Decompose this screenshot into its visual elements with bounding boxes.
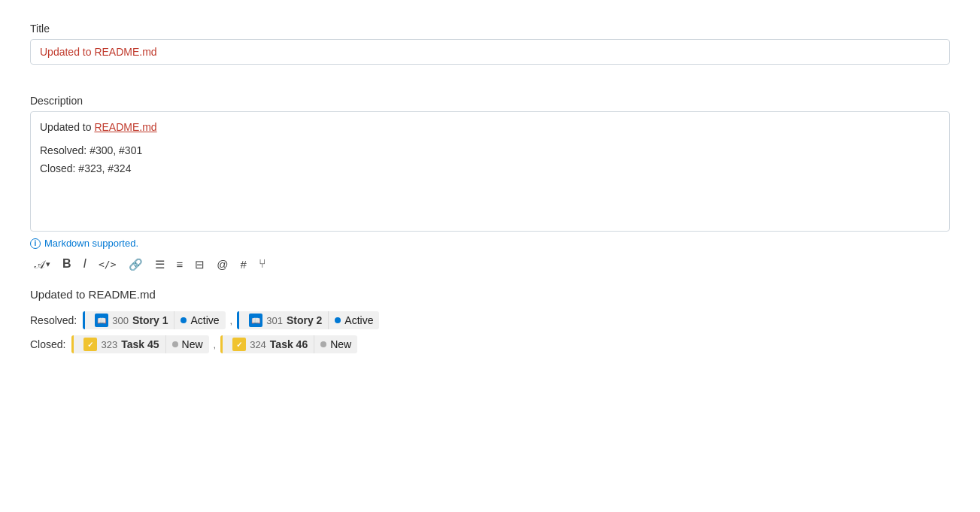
link-button[interactable]: 🔗: [124, 256, 147, 273]
story-2-id: 301: [266, 315, 283, 326]
status-dot-blue-2: [335, 317, 341, 323]
status-dot-gray-2: [320, 341, 326, 347]
closed-row: Closed: ✓ 323 Task 45 New , ✓ 324 Task 4…: [30, 335, 950, 353]
ordered-list-icon: ≡: [177, 259, 184, 270]
ordered-list-button[interactable]: ≡: [172, 256, 188, 273]
hashtag-icon: #: [241, 259, 247, 270]
task-46-status-label: New: [330, 338, 351, 350]
story-2-title: Story 2: [287, 314, 322, 326]
format-button[interactable]: 𝒜 ▾: [30, 256, 55, 273]
story-1-title: Story 1: [132, 314, 168, 326]
italic-button[interactable]: I: [79, 255, 91, 273]
task-icon-2: ✓: [232, 338, 246, 351]
preview-text: Updated to README.md: [30, 288, 950, 301]
task-45-chip[interactable]: ✓ 323 Task 45 New: [71, 335, 208, 353]
task-45-status: New: [166, 336, 209, 353]
story-1-id: 300: [112, 315, 129, 326]
task-45-title: Task 45: [121, 338, 159, 350]
task-icon-1: ✓: [83, 338, 97, 351]
story-1-chip[interactable]: 📖 300 Story 1 Active: [83, 311, 225, 329]
task-46-id: 324: [250, 339, 266, 350]
markdown-note: i Markdown supported.: [30, 238, 950, 249]
task-46-chip[interactable]: ✓ 324 Task 46 New: [220, 335, 357, 353]
story-2-status: Active: [329, 312, 379, 329]
description-label: Description: [30, 95, 950, 107]
separator-2: ,: [214, 339, 217, 350]
story-2-status-label: Active: [344, 314, 373, 326]
readme-link: README.md: [94, 121, 156, 133]
resolved-row: Resolved: 📖 300 Story 1 Active , 📖 301 S…: [30, 311, 950, 329]
status-dot-blue-1: [181, 317, 187, 323]
separator-1: ,: [230, 315, 233, 326]
bold-icon: B: [62, 258, 71, 270]
info-icon: i: [30, 238, 41, 249]
task-45-id-title: ✓ 323 Task 45: [77, 335, 165, 353]
code-button[interactable]: </>: [94, 256, 120, 272]
title-input[interactable]: [30, 39, 950, 65]
checklist-button[interactable]: ⊟: [190, 256, 209, 273]
chevron-down-icon: ▾: [46, 260, 50, 268]
story-2-id-title: 📖 301 Story 2: [243, 311, 329, 329]
mention-button[interactable]: @: [212, 256, 232, 273]
description-resolved: Resolved: #300, #301 Closed: #323, #324: [40, 142, 940, 178]
toolbar: 𝒜 ▾ B I </> 🔗 ☰ ≡ ⊟ @ # ⑂: [30, 255, 950, 273]
checklist-icon: ⊟: [195, 259, 205, 270]
story-icon-2: 📖: [249, 314, 262, 327]
task-46-id-title: ✓ 324 Task 46: [226, 335, 314, 353]
story-1-id-title: 📖 300 Story 1: [89, 311, 174, 329]
pullrequest-icon: ⑂: [259, 258, 266, 270]
italic-icon: I: [83, 258, 86, 270]
task-46-title: Task 46: [270, 338, 308, 350]
task-46-status: New: [314, 336, 357, 353]
story-1-status: Active: [174, 312, 225, 329]
story-icon-1: 📖: [95, 314, 108, 327]
mention-icon: @: [217, 259, 228, 270]
resolved-label: Resolved:: [30, 314, 77, 326]
status-dot-gray-1: [172, 341, 178, 347]
pullrequest-button[interactable]: ⑂: [254, 255, 271, 273]
title-label: Title: [30, 23, 950, 35]
format-icon: 𝒜: [35, 259, 44, 270]
code-icon: </>: [99, 259, 116, 269]
link-icon: 🔗: [129, 259, 143, 270]
task-45-status-label: New: [182, 338, 203, 350]
closed-label: Closed:: [30, 338, 65, 350]
story-1-status-label: Active: [190, 314, 219, 326]
description-line1: Updated to README.md: [40, 121, 940, 133]
unordered-list-icon: ☰: [155, 259, 165, 270]
unordered-list-button[interactable]: ☰: [150, 256, 169, 273]
task-45-id: 323: [101, 339, 117, 350]
description-section: Description Updated to README.md Resolve…: [30, 95, 950, 232]
description-content[interactable]: Updated to README.md Resolved: #300, #30…: [30, 111, 950, 232]
hashtag-button[interactable]: #: [236, 256, 251, 273]
bold-button[interactable]: B: [58, 255, 76, 273]
title-section: Title: [30, 23, 950, 80]
story-2-chip[interactable]: 📖 301 Story 2 Active: [237, 311, 379, 329]
